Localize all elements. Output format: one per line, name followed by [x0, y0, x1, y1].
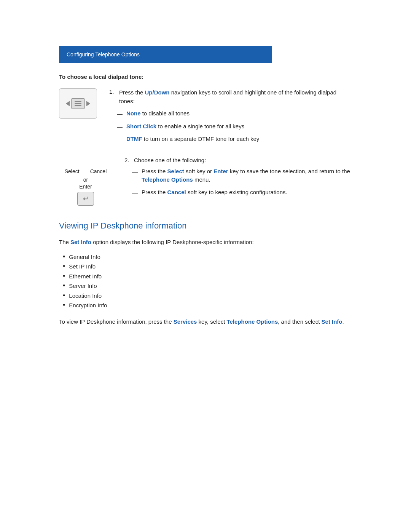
nav-center-block — [71, 98, 85, 109]
step1-number-row: 1. Press the Up/Down navigation keys to … — [109, 88, 352, 105]
step1-content: 1. Press the Up/Down navigation keys to … — [109, 88, 352, 148]
bullet-none: — None to disable all tones — [117, 109, 352, 118]
nav-right-arrow — [86, 101, 90, 106]
set-info-highlight-2: Set Info — [322, 318, 342, 325]
bullet-dot-4: • — [63, 281, 65, 291]
bullet-shortclick-text: Short Click to enable a single tone for … — [126, 122, 244, 131]
dash-4: — — [132, 168, 138, 176]
bullet-location: • Location Info — [63, 291, 352, 301]
phone-nav-image — [59, 88, 97, 119]
phone-nav-keys — [66, 98, 90, 109]
nav-line-1 — [75, 101, 81, 102]
bullet-dot-1: • — [63, 252, 65, 262]
step2-bullet-list: — Press the Select soft key or Enter key… — [132, 167, 352, 197]
bullet-server: • Server Info — [63, 281, 352, 291]
step2-bullet-select-text: Press the Select soft key or Enter key t… — [142, 167, 352, 184]
header-banner-text: Configuring Telephone Options — [67, 51, 140, 58]
telephone-options-highlight-1: Telephone Options — [142, 176, 193, 183]
step2-number: 2. — [124, 157, 132, 163]
section-heading: To choose a local dialpad tone: — [59, 73, 352, 80]
enter-key-box: ↵ — [77, 192, 94, 206]
step2-content: 2. Choose one of the following: — Press … — [124, 157, 352, 201]
bullet-set-ip-text: Set IP Info — [69, 262, 96, 272]
enter-label: Enter — [79, 184, 92, 190]
page-container: Configuring Telephone Options To choose … — [0, 46, 411, 532]
set-info-highlight: Set Info — [70, 239, 91, 245]
content-area: To choose a local dialpad tone: 1 — [59, 63, 352, 326]
bullet-general-info-text: General Info — [69, 252, 100, 262]
section2-body1: The Set Info option displays the followi… — [59, 238, 352, 247]
step1-text: Press the Up/Down navigation keys to scr… — [119, 88, 352, 105]
step2-choose-label: Choose one of the following: — [134, 157, 206, 163]
bullet-ethernet-text: Ethernet Info — [69, 272, 102, 281]
step1-bullet-list: — None to disable all tones — Short Clic… — [117, 109, 352, 144]
dtmf-highlight: DTMF — [126, 136, 142, 142]
bullet-encryption-text: Encryption Info — [69, 300, 107, 310]
bullet-dot-2: • — [63, 262, 65, 271]
bullet-shortclick: — Short Click to enable a single tone fo… — [117, 122, 352, 131]
nav-left-arrow — [66, 101, 70, 106]
updown-highlight: Up/Down — [145, 89, 170, 96]
telephone-options-highlight-2: Telephone Options — [227, 318, 278, 325]
bullet-dot-3: • — [63, 272, 65, 281]
cancel-soft-key-label: Cancel — [90, 168, 107, 174]
soft-keys-area: Select Cancel or Enter ↵ — [59, 157, 112, 206]
cancel-highlight: Cancel — [167, 189, 186, 195]
dash-1: — — [117, 110, 123, 118]
bullet-dot-5: • — [63, 291, 65, 300]
bullet-none-text: None to disable all tones — [126, 109, 190, 118]
dash-3: — — [117, 135, 123, 144]
step2-bullet-cancel-text: Press the Cancel soft key to keep existi… — [142, 188, 287, 197]
section2-title: Viewing IP Deskphone information — [59, 221, 352, 231]
services-highlight: Services — [174, 318, 197, 325]
dash-5: — — [132, 189, 138, 197]
bullet-dtmf: — DTMF to turn on a separate DTMF tone f… — [117, 135, 352, 144]
step2-bullet-cancel: — Press the Cancel soft key to keep exis… — [132, 188, 352, 197]
info-bullet-list: • General Info • Set IP Info • Ethernet … — [63, 252, 352, 310]
enter-highlight: Enter — [213, 168, 228, 174]
bullet-general-info: • General Info — [63, 252, 352, 262]
dash-2: — — [117, 123, 123, 131]
none-highlight: None — [126, 110, 141, 117]
bullet-set-ip: • Set IP Info — [63, 262, 352, 272]
or-text: or — [83, 177, 88, 183]
step2-bullet-select: — Press the Select soft key or Enter key… — [132, 167, 352, 184]
step2-choose-text: 2. Choose one of the following: — [124, 157, 352, 163]
bullet-dtmf-text: DTMF to turn on a separate DTMF tone for… — [126, 135, 259, 144]
section2-body2: To view IP Deskphone information, press … — [59, 317, 352, 326]
shortclick-highlight: Short Click — [126, 123, 156, 129]
step2-block: Select Cancel or Enter ↵ 2. Choose one o… — [59, 157, 352, 206]
bullet-dot-6: • — [63, 300, 65, 310]
bullet-server-text: Server Info — [69, 281, 97, 291]
bullet-ethernet: • Ethernet Info — [63, 272, 352, 281]
bullet-location-text: Location Info — [69, 291, 102, 301]
select-highlight: Select — [167, 168, 184, 174]
nav-line-2 — [75, 103, 81, 104]
step1-number: 1. — [109, 88, 117, 95]
enter-arrow-icon: ↵ — [83, 195, 89, 203]
soft-keys-row: Select Cancel — [65, 168, 107, 174]
step1-block: 1. Press the Up/Down navigation keys to … — [59, 88, 352, 148]
nav-line-3 — [75, 105, 81, 106]
select-soft-key-label: Select — [65, 168, 80, 174]
header-banner: Configuring Telephone Options — [59, 46, 272, 63]
bullet-encryption: • Encryption Info — [63, 300, 352, 310]
